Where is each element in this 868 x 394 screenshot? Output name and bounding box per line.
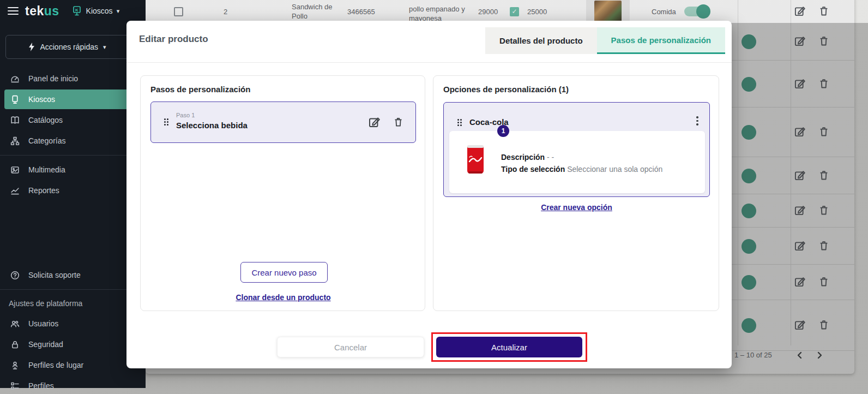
svg-text:K: K — [75, 8, 79, 13]
sidebar-item-seguridad[interactable]: Seguridad — [4, 335, 141, 354]
tab-pasos-de-personalizacion[interactable]: Pasos de personalización — [597, 27, 725, 54]
edit-product-modal: Editar producto Detalles del producto Pa… — [126, 21, 732, 368]
image-icon — [10, 165, 20, 175]
book-icon — [10, 116, 20, 125]
caret-down-icon: ▾ — [117, 8, 120, 15]
person-pin-icon — [10, 361, 20, 370]
update-button[interactable]: Actualizar — [436, 337, 582, 357]
step-name: Selecciona bebida — [176, 121, 248, 130]
sidebar-item-solicita-soporte[interactable]: Solicita soporte — [4, 265, 141, 285]
sidebar-item-reportes[interactable]: Reportes — [4, 181, 141, 200]
divider — [0, 155, 146, 156]
steps-panel-heading: Pasos de personalización — [150, 85, 250, 94]
create-step-button[interactable]: Crear nuevo paso — [240, 262, 328, 283]
option-menu-icon[interactable] — [696, 116, 698, 126]
option-selection-type: Tipo de selección Seleccionar una sola o… — [501, 165, 662, 174]
sidebar: tekus K Kioscos ▾ Acciones rápidas ▾ Pan… — [0, 0, 146, 388]
sitemap-icon — [10, 136, 20, 146]
dashboard-icon — [10, 74, 20, 83]
divider — [126, 62, 732, 63]
quick-actions-button[interactable]: Acciones rápidas ▾ — [5, 35, 129, 59]
clone-from-product-link[interactable]: Clonar desde un producto — [236, 293, 330, 302]
sidebar-item-categorias[interactable]: Categorías — [4, 131, 141, 151]
lightning-icon — [28, 43, 35, 51]
sidebar-item-kioscos[interactable]: Kioscos — [4, 89, 141, 109]
cancel-button[interactable]: Cancelar — [277, 337, 424, 357]
caret-down-icon: ▾ — [103, 44, 106, 51]
delete-step-icon[interactable] — [393, 116, 403, 128]
step-card[interactable]: Paso 1 Selecciona bebida — [150, 102, 416, 143]
help-icon — [10, 271, 20, 280]
drag-handle-icon[interactable] — [457, 119, 462, 127]
options-panel: Opciones de personalización (1) Coca-col… — [433, 75, 719, 311]
app-logo: tekus — [25, 4, 59, 19]
context-label: Kioscos — [86, 7, 113, 15]
lock-icon — [10, 340, 20, 349]
settings-section-label: Ajustes de plataforma — [0, 294, 146, 313]
kiosk-icon: K — [71, 5, 82, 16]
coca-cola-can-image — [465, 143, 486, 176]
sidebar-item-multimedia[interactable]: Multimedia — [4, 160, 141, 180]
step-label: Paso 1 — [176, 112, 195, 118]
divider — [0, 289, 146, 290]
create-option-link[interactable]: Crear nueva opción — [541, 203, 612, 212]
profiles-list-icon — [10, 381, 20, 391]
option-details: 1 Descripción - - Tipo de selección Sele… — [449, 131, 705, 193]
topbar: tekus K Kioscos ▾ — [0, 0, 146, 22]
edit-step-icon[interactable] — [369, 116, 380, 128]
option-order-badge: 1 — [497, 125, 509, 137]
sidebar-item-usuarios[interactable]: Usuarios — [4, 314, 141, 333]
sidebar-item-perfiles-de-lugar[interactable]: Perfiles de lugar — [4, 355, 141, 375]
context-switcher[interactable]: K Kioscos ▾ — [71, 5, 120, 16]
sidebar-item-catalogos[interactable]: Catálogos — [4, 110, 141, 130]
chart-icon — [10, 186, 20, 195]
users-icon — [10, 319, 20, 329]
kiosk-icon — [10, 95, 20, 104]
sidebar-item-panel-de-inicio[interactable]: Panel de inicio — [4, 69, 141, 88]
options-panel-heading: Opciones de personalización (1) — [443, 85, 569, 94]
sidebar-item-perfiles[interactable]: Perfiles — [4, 376, 141, 394]
option-description: Descripción - - — [501, 153, 554, 162]
modal-tabs: Detalles del producto Pasos de personali… — [485, 27, 725, 54]
drag-handle-icon[interactable] — [164, 118, 169, 126]
steps-panel: Pasos de personalización Paso 1 Seleccio… — [140, 75, 425, 311]
option-card[interactable]: Coca-cola 1 Descripción - - Tipo de sele… — [443, 102, 710, 197]
modal-title: Editar producto — [139, 34, 208, 45]
tab-detalles-del-producto[interactable]: Detalles del producto — [485, 27, 597, 54]
hamburger-menu-icon[interactable] — [8, 7, 19, 15]
